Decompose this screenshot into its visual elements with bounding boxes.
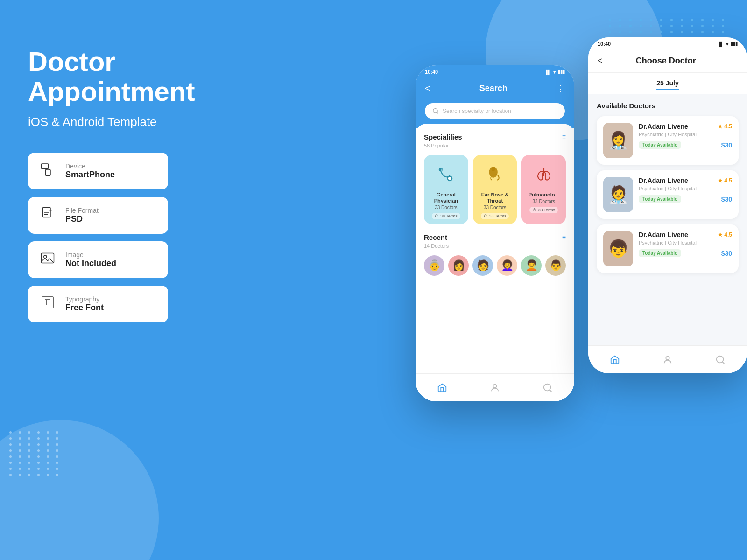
file_format-label: File Format [65,207,99,214]
svg-point-21 [717,356,724,363]
device-label: Device [65,162,115,170]
available-title: Available Doctors [597,102,739,110]
pulmo-icon [535,165,553,188]
spec-count-pulmo: 33 Doctors [533,199,555,204]
left-panel: Doctor Appointment iOS & Android Templat… [28,47,205,330]
time-right: 10:40 [598,41,611,47]
spec-name-pulmo: Pulmonolo... [529,192,559,198]
filter-icon[interactable]: ≡ [562,133,566,140]
status-bar-right: 10:40 ▐▌ ▾ ▮▮▮ [588,37,747,49]
date-label: 25 July [656,79,678,90]
main-title: Doctor Appointment [28,47,205,106]
search-icon [432,108,439,114]
image-value: Not Included [65,259,116,268]
phones-container: 10:40 ▐▌ ▾ ▮▮▮ < Search ⋮ Search special… [416,37,747,401]
nav-search-left[interactable] [543,383,553,393]
file_format-value: PSD [65,214,99,224]
status-icons-left: ▐▌ ▾ ▮▮▮ [544,70,565,75]
availability-badge-1: Today Available [639,195,681,203]
nav-home-left[interactable] [437,383,447,393]
bottom-nav-right [588,345,747,373]
star-icon-1: ★ [718,177,723,184]
info-card-file_format: File Format PSD [28,197,168,234]
svg-point-18 [544,384,551,391]
recent-avatar-0[interactable]: 👵 [424,255,444,276]
doctor-card-0[interactable]: 👩‍⚕️ Dr.Adam Livene ★ 4.5 Psychiatric | … [597,116,739,165]
doctor-specialty-2: Psychiatric | City Hospital [639,240,732,245]
recent-avatar-2[interactable]: 🧑 [472,255,493,276]
recent-avatar-4[interactable]: 🧑‍🦱 [521,255,542,276]
nav-search-right[interactable] [715,355,726,365]
doctor-card-1[interactable]: 🧑‍⚕️ Dr.Adam Livene ★ 4.5 Psychiatric | … [597,170,739,219]
info-card-image: Image Not Included [28,241,168,278]
doctor-name-0: Dr.Adam Livene [639,123,688,130]
stethoscope-icon [437,165,455,188]
image-label: Image [65,251,116,259]
specialties-section-header: Specialilies ≡ [424,133,566,141]
file_format-icon [38,205,57,225]
info-card-typography: Typography Free Font [28,286,168,322]
image-icon [38,250,57,270]
recent-subtitle: 14 Doctors [424,243,566,249]
doctor-rating-1: ★ 4.5 [718,177,732,184]
phone-scroll-content: Specialilies ≡ 56 Popular [416,124,574,401]
choose-doctor-title: Choose Doctor [608,56,724,66]
phone-choose-doctor: 10:40 ▐▌ ▾ ▮▮▮ < Choose Doctor 25 July A… [588,37,747,373]
ent-icon [486,165,504,188]
recent-avatar-5[interactable]: 👨 [545,255,566,276]
doctor-specialty-1: Psychiatric | City Hospital [639,186,732,191]
recent-filter-icon[interactable]: ≡ [562,233,566,241]
svg-point-9 [433,109,437,113]
back-button-right[interactable]: < [598,56,603,66]
doctor-specialty-0: Psychiatric | City Hospital [639,132,732,137]
doctor-price-1: $30 [721,196,732,203]
time-left: 10:40 [425,69,438,75]
availability-badge-0: Today Available [639,141,681,149]
svg-point-20 [666,356,669,359]
svg-point-16 [492,167,495,171]
svg-line-10 [437,112,438,114]
spec-card-pulmo[interactable]: Pulmonolo... 33 Doctors ⏱ 38 Terms [521,155,566,224]
search-placeholder: Search specialty or location [443,108,511,114]
spec-card-general[interactable]: General Physician 33 Doctors ⏱ 38 Terms [424,155,468,224]
spec-tag-general: ⏱ 38 Terms [432,213,460,219]
spec-name-general: General Physician [429,192,464,204]
nav-home-right[interactable] [610,355,620,365]
specialties-title: Specialilies [424,133,462,141]
recent-avatar-1[interactable]: 👩 [448,255,469,276]
nav-profile-left[interactable] [490,383,500,393]
typography-value: Free Font [65,303,104,313]
search-header: < Search ⋮ [416,77,574,103]
bottom-nav-left [416,373,574,401]
specialties-subtitle: 56 Popular [424,143,566,148]
recent-section-header: Recent ≡ [424,233,566,241]
doctor-card-2[interactable]: 👦 Dr.Adam Livene ★ 4.5 Psychiatric | Cit… [597,224,739,273]
svg-rect-1 [46,169,51,176]
spec-count-ent: 33 Doctors [484,205,506,210]
availability-badge-2: Today Available [639,249,681,257]
search-bar[interactable]: Search specialty or location [425,103,565,119]
choose-header: < Choose Doctor [588,49,747,73]
doctor-rating-0: ★ 4.5 [718,123,732,130]
recent-avatar-3[interactable]: 👩‍🦱 [497,255,517,276]
star-icon-2: ★ [718,231,723,238]
info-card-device: Device SmartPhone [28,153,168,189]
status-icons-right: ▐▌ ▾ ▮▮▮ [717,42,738,47]
search-screen-title: Search [479,84,507,93]
spec-count-general: 33 Doctors [435,205,457,210]
info-cards-container: Device SmartPhone File Format PSD Image … [28,153,205,322]
spec-card-ent[interactable]: Ear Nose & Throat 33 Doctors ⏱ 38 Terms [473,155,517,224]
doctor-cards-container: 👩‍⚕️ Dr.Adam Livene ★ 4.5 Psychiatric | … [597,116,739,273]
sub-title: iOS & Android Template [28,115,205,129]
more-options-button[interactable]: ⋮ [557,84,565,94]
doctor-avatar-2: 👦 [603,231,633,266]
nav-profile-right[interactable] [662,355,673,365]
doctor-name-1: Dr.Adam Livene [639,177,688,184]
svg-line-19 [550,390,552,392]
back-button-left[interactable]: < [425,83,430,94]
svg-rect-8 [42,297,53,308]
doctor-avatar-1: 🧑‍⚕️ [603,177,633,212]
spec-tag-ent: ⏱ 38 Terms [481,213,509,219]
phone-search: 10:40 ▐▌ ▾ ▮▮▮ < Search ⋮ Search special… [416,65,574,401]
doctor-price-0: $30 [721,141,732,149]
